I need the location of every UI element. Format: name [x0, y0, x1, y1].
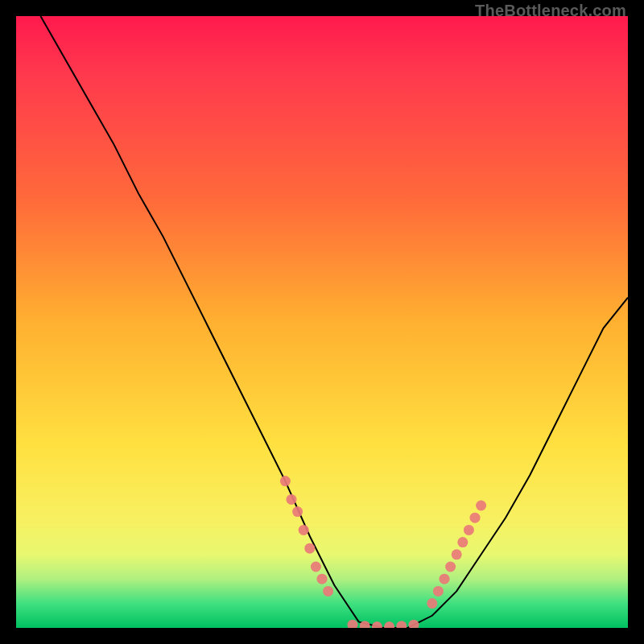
marker-point — [464, 525, 474, 535]
marker-point — [348, 620, 358, 628]
marker-point — [457, 537, 468, 547]
marker-point — [304, 543, 315, 554]
marker-point — [440, 574, 450, 584]
marker-point — [280, 476, 291, 486]
marker-point — [396, 621, 407, 628]
marker-point — [323, 586, 333, 597]
marker-point — [287, 494, 297, 505]
marker-point — [409, 620, 419, 628]
chart-frame — [16, 16, 628, 628]
marker-point — [317, 574, 328, 584]
marker-point — [470, 513, 481, 523]
marker-point — [476, 501, 486, 511]
marker-point — [433, 586, 444, 597]
marker-point — [445, 562, 456, 572]
watermark-text: TheBottleneck.com — [475, 2, 626, 20]
marker-point — [292, 506, 303, 517]
series-bottleneck-curve — [40, 16, 628, 628]
plot-area — [16, 16, 628, 628]
marker-point — [427, 598, 437, 609]
marker-point — [299, 525, 309, 535]
chart-svg — [16, 16, 628, 628]
marker-point — [311, 562, 321, 572]
marker-point — [384, 621, 394, 628]
marker-point — [452, 549, 462, 559]
curve-layer — [40, 16, 628, 628]
marker-point — [372, 621, 382, 628]
marker-layer — [280, 476, 486, 628]
